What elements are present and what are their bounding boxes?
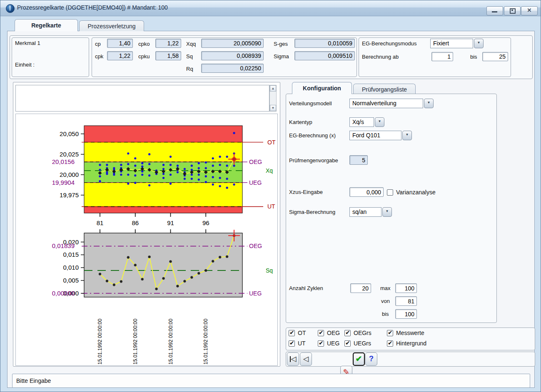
svg-text:UEG: UEG xyxy=(249,290,262,297)
svg-text:15.01.1992 00:00:00: 15.01.1992 00:00:00 xyxy=(97,319,103,365)
verteilungsmodell-label: Verteilungsmodell xyxy=(289,100,332,107)
kartentyp-dropdown[interactable]: Xq/s xyxy=(349,117,384,127)
toggle-ueg[interactable]: UEG xyxy=(318,340,339,347)
status-bar: Bitte Eingabe xyxy=(12,374,530,388)
scroll-up-icon[interactable]: ▲ xyxy=(270,85,276,92)
pruefmenge-field[interactable] xyxy=(349,155,368,165)
xqq-label: Xqq xyxy=(186,41,196,47)
pruefmenge-label: Prüfmengenvorgabe xyxy=(289,157,338,164)
sq-label: Sq xyxy=(186,53,193,60)
sigma-berechnung-arrow-icon[interactable] xyxy=(382,207,392,217)
sigma-berechnung-dropdown[interactable]: sq/an xyxy=(349,207,392,217)
application-window: Prozessregelkarte (DGOETHE[DEMO40]) # Ma… xyxy=(0,0,541,392)
svg-text:20,050: 20,050 xyxy=(60,130,79,137)
characteristic-name: Merkmal 1 xyxy=(15,40,40,46)
xzus-label: Xzus-Eingabe xyxy=(289,189,323,195)
svg-text:15.01.1992 00:00:00: 15.01.1992 00:00:00 xyxy=(203,319,209,365)
svg-text:Sq: Sq xyxy=(266,267,273,274)
eg-mode-dropdown[interactable]: Fixiert xyxy=(430,39,484,48)
previous-record-button[interactable]: ◁ xyxy=(300,352,312,366)
tab-konfiguration[interactable]: Konfiguration xyxy=(292,82,352,94)
svg-text:UT: UT xyxy=(267,203,275,210)
minimize-button[interactable] xyxy=(486,6,503,15)
checkbox-icon xyxy=(387,189,393,196)
kartentyp-label: Kartentyp xyxy=(289,119,312,125)
varianzanalyse-label: Varianzanalyse xyxy=(396,189,436,196)
checkbox-icon xyxy=(318,330,324,336)
close-button[interactable] xyxy=(521,6,538,15)
verteilungsmodell-arrow-icon[interactable] xyxy=(424,99,434,108)
svg-text:19,975: 19,975 xyxy=(60,191,79,198)
eg-mode-label: EG-Berechungsmodus xyxy=(362,40,417,47)
svg-text:OEG: OEG xyxy=(249,159,262,165)
toggle-uegrs[interactable]: UEGrs xyxy=(344,340,371,347)
unit-label: Einheit : xyxy=(15,62,35,68)
svg-text:OT: OT xyxy=(267,139,276,146)
listbox-scrollbar[interactable]: ▲ ▼ xyxy=(269,85,277,112)
cpk-value[interactable] xyxy=(107,51,133,60)
svg-text:96: 96 xyxy=(202,219,209,226)
tab-prozessverletzung[interactable]: Prozessverletzung xyxy=(79,20,144,31)
svg-text:OEG: OEG xyxy=(249,243,262,249)
verteilungsmodell-dropdown[interactable]: Normalverteilung xyxy=(349,99,434,108)
varianzanalyse-checkbox[interactable]: Varianzanalyse xyxy=(387,189,436,196)
calc-from-field[interactable] xyxy=(431,52,453,61)
max-field[interactable] xyxy=(395,283,417,293)
von-field[interactable] xyxy=(395,296,417,306)
toggle-label: Messwerte xyxy=(396,330,424,336)
checkbox-icon xyxy=(318,340,324,347)
checkbox-icon xyxy=(289,340,295,347)
status-text: Bitte Eingabe xyxy=(16,377,51,384)
eg-mode-dropdown-arrow-icon[interactable] xyxy=(474,39,484,48)
toggle-label: UEGrs xyxy=(354,340,371,347)
cp-value[interactable] xyxy=(107,39,133,48)
sges-value[interactable] xyxy=(294,39,355,48)
von-label: von xyxy=(381,298,390,304)
kartentyp-value: Xq/s xyxy=(349,117,374,127)
maximize-button[interactable] xyxy=(504,6,521,15)
calc-to-label: bis xyxy=(470,54,477,60)
svg-text:20,000: 20,000 xyxy=(60,171,79,178)
kartentyp-arrow-icon[interactable] xyxy=(375,117,384,127)
control-charts-box: OTOEGUEGUTXq20,05020,02520,00019,97520,0… xyxy=(15,114,278,366)
toggle-label: OEGrs xyxy=(354,330,371,336)
toggle-hintergrund[interactable]: Hintergrund xyxy=(387,340,426,347)
toggle-messwerte[interactable]: Messwerte xyxy=(387,330,424,336)
svg-text:0,010: 0,010 xyxy=(63,264,79,271)
first-record-button[interactable]: ◁ xyxy=(287,352,299,366)
toggle-oeg[interactable]: OEG xyxy=(318,330,340,336)
sq-value[interactable] xyxy=(201,51,264,60)
toggle-label: OEG xyxy=(327,330,340,336)
xqq-value[interactable] xyxy=(201,39,264,48)
eg-berechnung-dropdown[interactable]: Ford Q101 xyxy=(349,131,412,140)
svg-text:0,015: 0,015 xyxy=(63,251,79,258)
svg-text:0,005: 0,005 xyxy=(63,277,79,284)
toggle-oegrs[interactable]: OEGrs xyxy=(344,330,371,336)
sigma-label: Sigma xyxy=(274,53,289,60)
svg-text:86: 86 xyxy=(132,219,139,226)
xzus-field[interactable] xyxy=(349,187,384,197)
tab-pruefvorgangsliste[interactable]: Prüfvorgangsliste xyxy=(353,84,416,94)
bis-field[interactable] xyxy=(395,309,417,319)
svg-text:91: 91 xyxy=(167,219,174,226)
anzahl-zyklen-field[interactable] xyxy=(350,283,371,293)
scroll-down-icon[interactable]: ▼ xyxy=(270,105,276,111)
control-charts: OTOEGUEGUTXq20,05020,02520,00019,97520,0… xyxy=(16,114,277,365)
violation-listbox[interactable] xyxy=(15,85,269,112)
svg-text:20,0156: 20,0156 xyxy=(52,158,75,165)
toggle-ut[interactable]: UT xyxy=(289,340,306,347)
ok-button[interactable]: ✔ xyxy=(353,352,365,366)
sigma-value[interactable] xyxy=(294,51,355,60)
checkbox-icon xyxy=(344,330,351,336)
calc-to-field[interactable] xyxy=(482,52,508,61)
minimize-icon xyxy=(492,11,497,12)
window-titlebar: Prozessregelkarte (DGOETHE[DEMO40]) # Ma… xyxy=(0,0,541,16)
eg-berechnung-arrow-icon[interactable] xyxy=(402,131,412,140)
cpko-value[interactable] xyxy=(155,39,181,48)
tab-regelkarte[interactable]: Regelkarte xyxy=(15,19,78,31)
cpku-value[interactable] xyxy=(155,51,181,60)
toggle-ot[interactable]: OT xyxy=(289,330,306,336)
rq-value[interactable] xyxy=(201,64,264,73)
help-button[interactable]: ? xyxy=(365,352,377,366)
maximize-icon xyxy=(510,8,516,14)
